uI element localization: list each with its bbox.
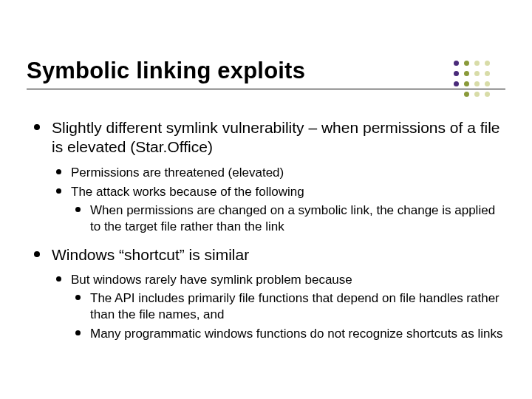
bullet-text: The attack works because of the followin… [71, 185, 304, 199]
bullet-text: The API includes primarily file function… [90, 291, 499, 321]
content-area: Slightly different symlink vulnerability… [30, 118, 505, 353]
bullet-lvl2: Permissions are threatened (elevated) [52, 165, 505, 181]
bullet-lvl2: The attack works because of the followin… [52, 184, 505, 235]
bullet-lvl1: Windows “shortcut” is similar But window… [30, 245, 505, 343]
bullet-lvl3: Many programmatic windows functions do n… [71, 326, 505, 342]
bullet-text: Permissions are threatened (elevated) [71, 166, 284, 180]
bullet-lvl1: Slightly different symlink vulnerability… [30, 118, 505, 235]
bullet-text: Slightly different symlink vulnerability… [52, 119, 500, 155]
bullet-text: When permissions are changed on a symbol… [90, 203, 495, 233]
bullet-lvl2: But windows rarely have symlink problem … [52, 272, 505, 342]
bullet-text: But windows rarely have symlink problem … [71, 273, 352, 287]
bullet-text: Windows “shortcut” is similar [52, 246, 249, 263]
bullet-text: Many programmatic windows functions do n… [90, 327, 502, 341]
bullet-lvl3: When permissions are changed on a symbol… [71, 202, 505, 235]
bullet-lvl3: The API includes primarily file function… [71, 290, 505, 323]
decorative-dots [423, 61, 511, 105]
